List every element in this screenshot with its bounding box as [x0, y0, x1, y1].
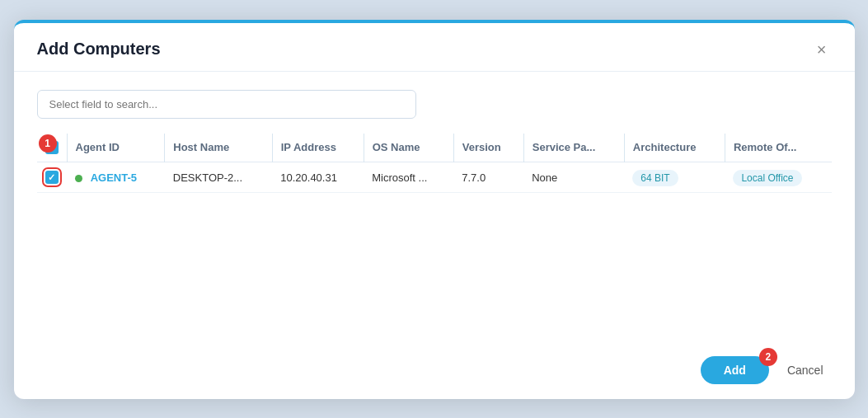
col-os-name: OS Name: [364, 134, 453, 162]
col-architecture: Architecture: [624, 134, 725, 162]
add-button-wrap: Add 2: [701, 356, 769, 384]
add-computers-modal: Add Computers × ✓ 1: [14, 20, 855, 399]
table-body: ✓ AGENT-5 DESKTOP-2... 10.20.40.31 Micro…: [37, 162, 832, 193]
cell-host-name: DESKTOP-2...: [165, 162, 272, 193]
modal-header: Add Computers ×: [14, 23, 855, 72]
row-checkbox[interactable]: ✓: [45, 171, 59, 184]
cell-remote-office: Local Office: [725, 162, 831, 193]
cell-ip-address: 10.20.40.31: [272, 162, 364, 193]
cell-architecture: 64 BIT: [624, 162, 725, 193]
row-checkmark-icon: ✓: [48, 173, 55, 182]
col-host-name: Host Name: [165, 134, 272, 162]
row-checkbox-cell: ✓: [37, 162, 68, 193]
cell-os-name: Microsoft ...: [364, 162, 453, 193]
col-remote-office: Remote Of...: [725, 134, 831, 162]
col-agent-id: Agent ID: [67, 134, 165, 162]
modal-body: ✓ 1 Agent ID Host Name IP Address OS Nam…: [14, 72, 855, 209]
cell-version: 7.7.0: [453, 162, 523, 193]
modal-overlay: Add Computers × ✓ 1: [0, 0, 868, 418]
modal-title: Add Computers: [37, 40, 161, 59]
status-dot-icon: [75, 175, 82, 182]
remote-office-badge: Local Office: [733, 170, 801, 186]
step-2-badge: 2: [759, 348, 777, 366]
header-checkbox-cell: ✓ 1: [37, 134, 68, 162]
close-button[interactable]: ×: [812, 40, 832, 59]
cancel-button[interactable]: Cancel: [779, 356, 832, 384]
step-1-badge: 1: [39, 134, 57, 153]
table-header: ✓ 1 Agent ID Host Name IP Address OS Nam…: [37, 134, 832, 162]
architecture-badge: 64 BIT: [632, 170, 678, 186]
row-checkbox-container: ✓: [45, 171, 59, 184]
add-button[interactable]: Add: [701, 356, 769, 384]
search-input[interactable]: [37, 90, 416, 119]
table-row: ✓ AGENT-5 DESKTOP-2... 10.20.40.31 Micro…: [37, 162, 832, 193]
col-service-pack: Service Pa...: [523, 134, 624, 162]
cell-agent-id: AGENT-5: [67, 162, 165, 193]
computers-table: ✓ 1 Agent ID Host Name IP Address OS Nam…: [37, 134, 832, 194]
col-ip-address: IP Address: [272, 134, 364, 162]
col-version: Version: [453, 134, 523, 162]
cell-service-pack: None: [523, 162, 624, 193]
modal-footer: Add 2 Cancel: [701, 356, 832, 384]
agent-id-link[interactable]: AGENT-5: [91, 171, 137, 184]
header-checkbox-wrap: ✓ 1: [45, 141, 59, 154]
